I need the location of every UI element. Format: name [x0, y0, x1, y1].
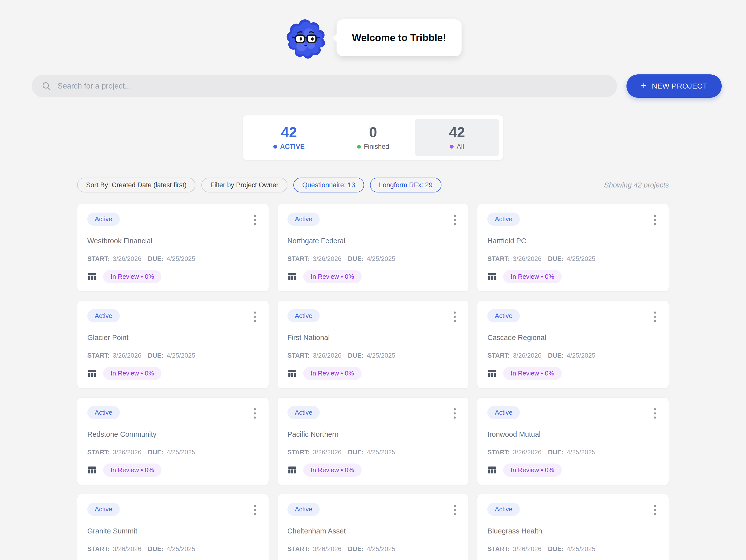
- kebab-menu-icon[interactable]: [451, 213, 459, 227]
- due-date: 4/25/2025: [367, 352, 395, 359]
- table-icon: [487, 369, 497, 378]
- longform-rfx-filter-chip[interactable]: Longform RFx: 29: [370, 177, 441, 192]
- search-bar[interactable]: [32, 75, 617, 97]
- kebab-menu-icon[interactable]: [651, 213, 659, 227]
- table-icon: [287, 369, 297, 378]
- questionnaire-filter-chip[interactable]: Questionnaire: 13: [293, 177, 364, 192]
- project-card[interactable]: Active Northgate Federal CMMC Northgate …: [277, 204, 469, 292]
- start-label: START:: [87, 255, 110, 263]
- project-owner: Cheltenham Asset: [287, 527, 459, 535]
- due-date: 4/25/2025: [167, 352, 195, 359]
- kebab-menu-icon[interactable]: [251, 213, 259, 227]
- status-badge: Active: [487, 309, 520, 323]
- welcome-text: Welcome to Tribble!: [352, 32, 446, 43]
- project-dates: START: 3/26/2026 DUE: 4/25/2025: [287, 448, 459, 456]
- due-label: DUE:: [348, 448, 364, 456]
- due-label: DUE:: [348, 255, 364, 263]
- start-date: 3/26/2026: [113, 448, 142, 456]
- start-label: START:: [87, 448, 110, 456]
- status-badge: Active: [87, 503, 120, 516]
- review-progress-badge: In Review • 0%: [103, 270, 162, 283]
- start-label: START:: [487, 255, 510, 263]
- project-card[interactable]: Active Granite Summit Capital InvestorDD…: [77, 494, 269, 560]
- stat-finished[interactable]: 0 Finished: [331, 119, 415, 156]
- project-card[interactable]: Active Cheltenham Asset Management Chelt…: [277, 494, 469, 560]
- project-owner: Cascade Regional: [487, 334, 659, 342]
- table-icon: [87, 466, 97, 474]
- project-owner: Granite Summit: [87, 527, 259, 535]
- start-label: START:: [287, 448, 310, 456]
- new-project-button[interactable]: + NEW PROJECT: [627, 75, 722, 98]
- review-progress-badge: In Review • 0%: [103, 367, 162, 380]
- project-card[interactable]: Active Redstone Community Bank Tech Reds…: [77, 397, 269, 485]
- due-label: DUE:: [148, 448, 164, 456]
- project-dates: START: 3/26/2026 DUE: 4/25/2025: [87, 352, 259, 359]
- project-dates: START: 3/26/2026 DUE: 4/25/2025: [87, 448, 259, 456]
- sort-by-chip[interactable]: Sort By: Created Date (latest first): [77, 177, 195, 192]
- filter-owner-chip[interactable]: Filter by Project Owner: [201, 177, 287, 192]
- tribble-mascot-logo: [284, 17, 327, 59]
- table-icon: [87, 272, 97, 281]
- project-card[interactable]: Active Hartfield PC Insurance Cyber Hart…: [477, 204, 669, 292]
- review-progress-badge: In Review • 0%: [303, 464, 362, 477]
- kebab-menu-icon[interactable]: [651, 309, 659, 324]
- stat-active[interactable]: 42 ACTIVE: [247, 119, 331, 156]
- plus-icon: +: [641, 81, 647, 90]
- project-card[interactable]: Active Cascade Regional Medical HIPAA Ca…: [477, 301, 669, 388]
- due-label: DUE:: [548, 545, 564, 553]
- kebab-menu-icon[interactable]: [651, 503, 659, 517]
- project-card[interactable]: Active Westbrook Financial IT Vendor Wes…: [77, 204, 269, 292]
- project-owner: First National: [287, 334, 459, 342]
- due-date: 4/25/2025: [567, 255, 596, 263]
- hero-header: Welcome to Tribble!: [0, 0, 746, 59]
- start-date: 3/26/2026: [113, 352, 142, 359]
- stat-all[interactable]: 42 All: [415, 119, 499, 156]
- kebab-menu-icon[interactable]: [651, 406, 659, 421]
- start-date: 3/26/2026: [313, 255, 342, 263]
- kebab-menu-icon[interactable]: [251, 503, 259, 517]
- search-icon: [41, 81, 52, 91]
- due-label: DUE:: [348, 352, 364, 359]
- project-dates: START: 3/26/2026 DUE: 4/25/2025: [287, 352, 459, 359]
- due-label: DUE:: [548, 448, 564, 456]
- search-input[interactable]: [58, 82, 608, 90]
- table-icon: [87, 369, 97, 378]
- start-label: START:: [287, 255, 310, 263]
- kebab-menu-icon[interactable]: [451, 503, 459, 517]
- project-stats-card: 42 ACTIVE 0 Finished 42 All: [243, 115, 503, 160]
- review-progress-badge: In Review • 0%: [303, 270, 362, 283]
- kebab-menu-icon[interactable]: [251, 309, 259, 324]
- active-dot-icon: [273, 145, 277, 148]
- search-row: + NEW PROJECT: [32, 75, 722, 98]
- filters-row: Sort By: Created Date (latest first) Fil…: [77, 177, 669, 192]
- project-dates: START: 3/26/2026 DUE: 4/25/2025: [87, 255, 259, 263]
- all-label: All: [457, 143, 464, 150]
- project-dates: START: 3/26/2026 DUE: 4/25/2025: [287, 255, 459, 263]
- project-owner: Glacier Point: [87, 334, 259, 342]
- finished-count: 0: [369, 125, 377, 139]
- project-card[interactable]: Active Bluegrass Health Network Vendor B…: [477, 494, 669, 560]
- kebab-menu-icon[interactable]: [451, 406, 459, 421]
- project-card[interactable]: Active First National Bank FinSec First …: [277, 301, 469, 388]
- review-progress-badge: In Review • 0%: [503, 270, 562, 283]
- kebab-menu-icon[interactable]: [251, 406, 259, 421]
- start-date: 3/26/2026: [113, 545, 142, 553]
- kebab-menu-icon[interactable]: [451, 309, 459, 324]
- due-date: 4/25/2025: [367, 545, 395, 553]
- project-card[interactable]: Active Ironwood Mutual VendorAssessment …: [477, 397, 669, 485]
- welcome-speech-bubble: Welcome to Tribble!: [337, 19, 461, 56]
- project-card[interactable]: Active Pacific Northern Energy Vendor Pa…: [277, 397, 469, 485]
- start-label: START:: [487, 545, 510, 553]
- project-card[interactable]: Active Glacier Point Utilities OT Glacie…: [77, 301, 269, 388]
- start-label: START:: [487, 352, 510, 359]
- start-date: 3/26/2026: [313, 545, 342, 553]
- all-count: 42: [449, 125, 465, 139]
- review-progress-badge: In Review • 0%: [303, 367, 362, 380]
- project-dates: START: 3/26/2026 DUE: 4/25/2025: [87, 545, 259, 553]
- project-dates: START: 3/26/2026 DUE: 4/25/2025: [487, 255, 659, 263]
- active-label: ACTIVE: [280, 143, 305, 150]
- project-dates: START: 3/26/2026 DUE: 4/25/2025: [487, 545, 659, 553]
- due-date: 4/25/2025: [567, 448, 596, 456]
- start-label: START:: [87, 545, 110, 553]
- start-date: 3/26/2026: [113, 255, 142, 263]
